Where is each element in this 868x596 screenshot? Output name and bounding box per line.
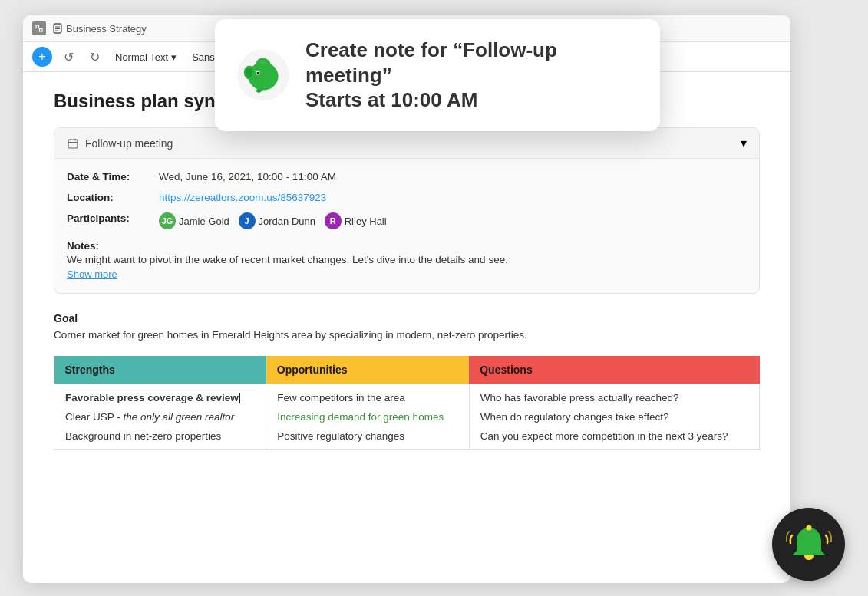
notes-label: Notes: — [67, 240, 99, 252]
bell-circle — [772, 508, 845, 581]
meeting-participants-row: Participants: JG Jamie Gold J Jordan Dun… — [67, 212, 747, 229]
goal-section: Goal Corner market for green homes in Em… — [54, 312, 760, 341]
opportunity-1: Few competitors in the area — [277, 392, 457, 403]
meeting-location-row: Location: https://zereatlors.zoom.us/856… — [67, 192, 747, 203]
questions-col: Who has favorable press actually reached… — [469, 384, 759, 450]
avatar-jd: J — [239, 212, 256, 229]
strength-2: Clear USP - the only all green realtor — [65, 411, 255, 423]
breadcrumb: Business Strategy — [52, 23, 147, 35]
participant-2: J Jordan Dunn — [239, 212, 315, 229]
question-1: Who has favorable press actually reached… — [480, 392, 748, 403]
meeting-header[interactable]: Follow-up meeting ▾ — [54, 128, 759, 159]
th-strengths: Strengths — [54, 356, 266, 384]
strengths-col: Favorable press coverage & review Clear … — [54, 384, 266, 450]
question-2: When do regulatory changes take effect? — [480, 411, 748, 423]
date-label: Date & Time: — [67, 171, 159, 183]
svg-rect-6 — [68, 140, 78, 148]
notification-title: Create note for “Follow-up meeting” Star… — [305, 38, 639, 113]
date-value: Wed, June 16, 2021, 10:00 - 11:00 AM — [159, 171, 336, 183]
evernote-logo — [236, 48, 290, 102]
undo-button[interactable]: ↺ — [58, 47, 78, 67]
location-link[interactable]: https://zereatlors.zoom.us/85637923 — [159, 192, 326, 203]
svg-point-17 — [806, 525, 811, 530]
svg-rect-1 — [40, 29, 43, 32]
participant-name-2: Jordan Dunn — [259, 216, 315, 227]
bell-icon — [786, 522, 832, 568]
add-button[interactable]: + — [32, 47, 52, 67]
question-3: Can you expect more competition in the n… — [480, 430, 748, 442]
th-questions: Questions — [469, 356, 759, 384]
participant-name-1: Jamie Gold — [179, 216, 229, 227]
collapse-icon[interactable]: ▾ — [741, 136, 747, 150]
swot-row-1: Favorable press coverage & review Clear … — [54, 384, 760, 450]
opportunities-col: Few competitors in the area Increasing d… — [266, 384, 469, 450]
opportunity-3: Positive regulatory changes — [277, 430, 457, 442]
show-more-link[interactable]: Show more — [67, 268, 117, 280]
notes-text: We might want to pivot in the wake of re… — [67, 254, 747, 265]
svg-rect-0 — [36, 25, 39, 28]
notification-text: Create note for “Follow-up meeting” Star… — [305, 38, 639, 113]
meeting-header-left: Follow-up meeting — [67, 137, 173, 150]
notes-section: Notes: We might want to pivot in the wak… — [67, 239, 747, 281]
notification-popup: Create note for “Follow-up meeting” Star… — [215, 19, 660, 131]
avatar-rh: R — [325, 212, 342, 229]
expand-icon[interactable] — [32, 21, 46, 35]
location-label: Location: — [67, 192, 159, 203]
meeting-date-row: Date & Time: Wed, June 16, 2021, 10:00 -… — [67, 171, 747, 183]
meeting-body: Date & Time: Wed, June 16, 2021, 10:00 -… — [54, 159, 759, 293]
participant-3: R Riley Hall — [325, 212, 387, 229]
participant-name-3: Riley Hall — [345, 216, 387, 227]
svg-point-16 — [256, 89, 261, 92]
goal-label: Goal — [54, 312, 760, 324]
participant-1: JG Jamie Gold — [159, 212, 229, 229]
svg-point-15 — [257, 72, 259, 74]
avatar-jg: JG — [159, 212, 176, 229]
participants-label: Participants: — [67, 212, 159, 224]
swot-table: Strengths Opportunities Questions Favora… — [54, 356, 760, 450]
chevron-down-icon: ▾ — [171, 51, 177, 63]
redo-button[interactable]: ↻ — [84, 47, 104, 67]
meeting-block: Follow-up meeting ▾ Date & Time: Wed, Ju… — [54, 127, 760, 294]
calendar-icon — [67, 137, 79, 150]
meeting-title: Follow-up meeting — [85, 137, 173, 150]
participants-list: JG Jamie Gold J Jordan Dunn R Riley Hall — [159, 212, 393, 229]
opportunity-2: Increasing demand for green homes — [277, 411, 457, 423]
strength-1: Favorable press coverage & review — [65, 392, 255, 403]
goal-text: Corner market for green homes in Emerald… — [54, 329, 760, 341]
strength-3: Background in net-zero properties — [65, 430, 255, 442]
style-dropdown[interactable]: Normal Text ▾ — [111, 50, 181, 64]
th-opportunities: Opportunities — [266, 356, 469, 384]
editor-content: Business plan sync Follow-up meeting ▾ — [23, 72, 790, 571]
